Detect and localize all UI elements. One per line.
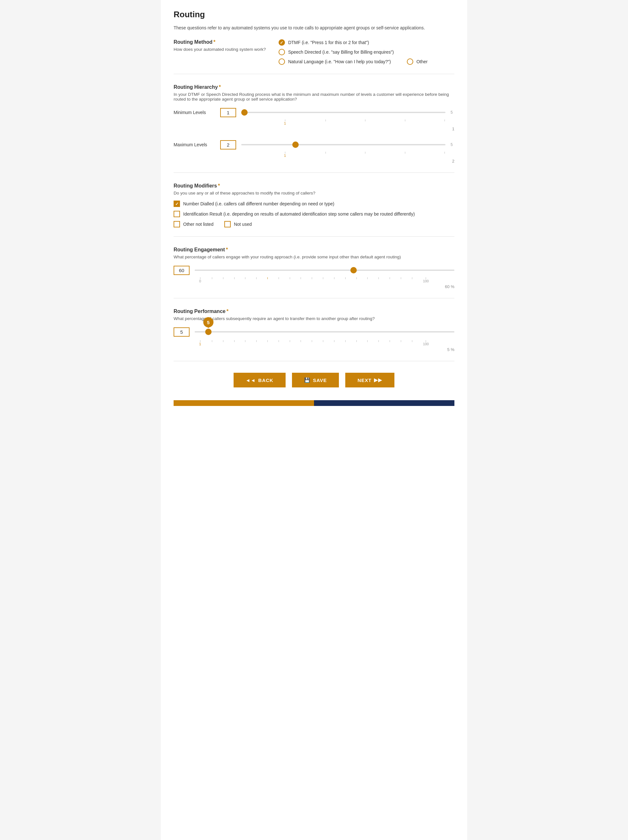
routing-method-natural-label: Natural Language (i.e. "How can I help y… [288,59,391,64]
min-levels-max-label: 5 [450,110,455,115]
performance-tooltip: 5 [203,317,214,327]
routing-method-dtmf-row: DTMF (i.e. "Press 1 for this or 2 for th… [279,39,455,46]
max-levels-max-label: 5 [450,142,455,147]
routing-hierarchy-section: Routing Hierarchy* In your DTMF or Speec… [173,84,455,173]
routing-performance-section: Routing Performance* What percentage of … [173,308,455,361]
max-levels-result: 2 [173,159,455,164]
next-icon: ▶▶ [374,377,382,383]
footer-bar-navy [314,400,455,406]
modifier-identification-row: Identification Result (i.e. depending on… [173,211,455,217]
min-levels-track [241,107,445,118]
min-tick-1: 1 [284,120,286,125]
routing-modifiers-section: Routing Modifiers* Do you use any or all… [173,183,455,237]
routing-performance-title: Routing Performance* [173,308,455,314]
routing-method-dtmf-label: DTMF (i.e. "Press 1 for this or 2 for th… [288,40,369,45]
action-buttons: ◄◄ BACK 💾 SAVE NEXT ▶▶ [173,373,455,387]
engagement-track [195,264,455,276]
modifier-other-not-listed-checkbox[interactable] [173,221,180,227]
routing-hierarchy-title: Routing Hierarchy* [173,84,455,90]
engagement-tick-100: 100 [423,277,428,283]
modifier-other-not-listed-row: Other not listed Not used [173,221,455,227]
max-levels-track [241,139,445,150]
modifier-number-dialled-row: Number Dialled (i.e. callers call differ… [173,201,455,207]
modifier-other-not-listed-label: Other not listed [183,222,214,227]
max-levels-slider-track [241,144,445,145]
save-label: SAVE [313,377,327,383]
max-tick-1: 1 [284,152,286,158]
routing-method-other-radio[interactable] [407,58,413,65]
routing-engagement-section: Routing Engagement* What percentage of c… [173,247,455,298]
modifier-number-dialled-checkbox[interactable] [173,201,180,207]
routing-modifiers-desc: Do you use any or all of these approache… [173,191,455,196]
footer-bar [173,400,455,406]
routing-method-natural-row: Natural Language (i.e. "How can I help y… [279,58,455,65]
routing-method-speech-label: Speech Directed (i.e. "say Billing for B… [288,49,394,55]
max-levels-thumb[interactable] [292,142,299,148]
perf-tick-100: 100 [423,340,428,346]
routing-method-title: Routing Method* [173,39,266,45]
back-icon: ◄◄ [246,377,256,383]
max-levels-value[interactable]: 2 [220,140,236,150]
min-tick-2 [326,120,326,122]
save-button[interactable]: 💾 SAVE [292,373,339,387]
next-label: NEXT [357,377,371,383]
next-button[interactable]: NEXT ▶▶ [345,373,394,387]
back-label: BACK [258,377,273,383]
min-tick-5 [444,120,445,122]
routing-method-speech-row: Speech Directed (i.e. "say Billing for B… [279,49,455,55]
routing-method-speech-radio[interactable] [279,49,285,55]
intro-text: These questions refer to any automated s… [173,25,455,30]
modifier-not-used-checkbox[interactable] [224,221,231,227]
min-levels-container: Minimum Levels 1 5 [173,107,455,118]
performance-slider-container: 5 5 [173,326,455,338]
routing-method-section: Routing Method* How does your automated … [173,39,455,74]
routing-modifiers-title: Routing Modifiers* [173,183,455,189]
routing-method-dtmf-radio[interactable] [279,39,285,46]
routing-engagement-desc: What percentage of callers engage with y… [173,254,455,259]
max-tick-3 [365,152,365,154]
performance-track: 5 [195,326,455,338]
min-tick-3 [365,120,365,122]
routing-method-natural-radio[interactable] [279,58,285,65]
back-button[interactable]: ◄◄ BACK [234,373,286,387]
min-levels-slider-track [241,112,445,113]
min-levels-thumb[interactable] [241,109,248,115]
routing-engagement-title: Routing Engagement* [173,247,455,253]
min-levels-label: Minimum Levels [173,110,215,115]
footer-bar-orange [173,400,314,406]
perf-tick-1: 1 [199,340,201,346]
routing-performance-desc: What percentage of callers subsequently … [173,316,455,321]
engagement-slider-container: 60 [173,264,455,276]
routing-hierarchy-desc: In your DTMF or Speech Directed Routing … [173,92,455,101]
routing-method-desc: How does your automated routing system w… [173,47,266,52]
routing-modifiers-options: Number Dialled (i.e. callers call differ… [173,201,455,227]
engagement-slider-track [195,270,455,271]
min-levels-result: 1 [173,126,455,131]
min-tick-4 [405,120,405,122]
modifier-identification-checkbox[interactable] [173,211,180,217]
performance-slider-track [195,331,455,333]
engagement-result: 60 % [173,284,455,289]
performance-value[interactable]: 5 [173,327,190,336]
routing-method-other-label: Other [416,59,428,64]
max-tick-2 [326,152,326,154]
engagement-tick-0: 0 [199,277,201,283]
performance-result: 5 % [173,347,455,352]
min-levels-value[interactable]: 1 [220,108,236,117]
engagement-value[interactable]: 60 [173,266,190,275]
save-icon: 💾 [304,377,310,383]
modifier-number-dialled-label: Number Dialled (i.e. callers call differ… [183,201,334,206]
modifier-not-used-label: Not used [234,222,252,227]
max-levels-container: Maximum Levels 2 5 [173,139,455,150]
max-tick-5 [444,152,445,154]
max-tick-4 [405,152,405,154]
max-levels-label: Maximum Levels [173,142,215,147]
modifier-identification-label: Identification Result (i.e. depending on… [183,212,415,216]
routing-method-options: DTMF (i.e. "Press 1 for this or 2 for th… [279,39,455,65]
page-title: Routing [173,9,455,19]
engagement-thumb[interactable] [350,267,357,273]
